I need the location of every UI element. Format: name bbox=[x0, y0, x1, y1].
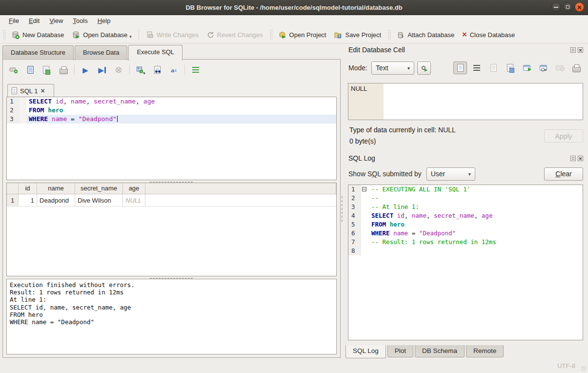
dock-tab-remote[interactable]: Remote bbox=[466, 345, 504, 357]
open-database-button[interactable]: Open Database ▾ bbox=[68, 29, 136, 41]
edit-cell-title: Edit Database Cell bbox=[348, 46, 405, 54]
close-database-button[interactable]: × Close Database bbox=[458, 29, 519, 41]
close-button[interactable] bbox=[575, 2, 584, 12]
open-project-button[interactable]: Open Project bbox=[274, 29, 330, 41]
sql-editor[interactable]: 1SELECT id, name, secret_name, age2FROM … bbox=[6, 97, 337, 180]
dock-float-icon[interactable] bbox=[570, 47, 576, 53]
revert-changes-icon bbox=[206, 31, 214, 39]
word-wrap-button[interactable] bbox=[190, 64, 202, 76]
cell-mode-row: Mode: Text ▾ bbox=[348, 61, 583, 75]
import-cell-button bbox=[487, 62, 500, 74]
attach-database-button[interactable]: Attach Database bbox=[392, 29, 458, 41]
auto-format-button[interactable]: aa bbox=[168, 64, 180, 76]
table-row[interactable]: 11DeadpondDive WilsonNULL bbox=[7, 194, 336, 207]
set-null-icon bbox=[556, 65, 564, 70]
dock-close-icon[interactable] bbox=[578, 156, 583, 161]
link-icon bbox=[540, 65, 547, 71]
word-wrap-icon bbox=[192, 67, 199, 73]
close-database-icon: × bbox=[462, 31, 466, 38]
menu-edit[interactable]: Edit bbox=[24, 16, 44, 26]
open-external-button[interactable] bbox=[520, 62, 533, 74]
cell-word-wrap-button[interactable] bbox=[470, 62, 484, 74]
dock-tab-plot[interactable]: Plot bbox=[387, 345, 413, 357]
new-sql-tab-button[interactable] bbox=[8, 64, 20, 76]
export-results-button[interactable]: ▾ bbox=[135, 64, 146, 76]
execute-all-button[interactable]: ▶ bbox=[80, 64, 91, 76]
table-cell[interactable]: 1 bbox=[19, 194, 37, 207]
menu-bar: File Edit View Tools Help bbox=[0, 15, 588, 26]
toolbar-handle[interactable] bbox=[388, 29, 390, 40]
sql-tab-label: SQL 1 bbox=[20, 87, 38, 95]
save-sql-file-icon bbox=[43, 66, 49, 74]
dock-close-icon[interactable] bbox=[578, 47, 583, 53]
code-line[interactable]: 6WHERE name = "Deadpond" bbox=[348, 229, 583, 238]
maximize-button[interactable] bbox=[563, 2, 572, 12]
toolbar-handle[interactable] bbox=[3, 29, 5, 40]
export-cell-button[interactable] bbox=[503, 62, 517, 74]
text-mode-button[interactable] bbox=[453, 62, 467, 74]
column-header[interactable]: secret_name bbox=[75, 183, 123, 194]
open-database-dropdown-caret[interactable]: ▾ bbox=[129, 34, 132, 39]
table-cell[interactable]: Deadpond bbox=[37, 194, 75, 207]
menu-view[interactable]: View bbox=[44, 16, 68, 26]
code-line[interactable]: 2-- bbox=[348, 194, 583, 203]
submitter-select[interactable]: User ▾ bbox=[426, 167, 475, 181]
clear-log-button[interactable]: Clear bbox=[544, 167, 583, 181]
menu-file[interactable]: File bbox=[4, 16, 24, 26]
table-cell[interactable]: Dive Wilson bbox=[75, 194, 123, 207]
new-database-button[interactable]: New Database bbox=[7, 29, 68, 41]
sql-tab-close-icon[interactable]: × bbox=[41, 87, 44, 95]
code-line[interactable]: 4SELECT id, name, secret_name, age bbox=[348, 211, 583, 220]
copy-link-button[interactable] bbox=[536, 62, 550, 74]
column-header[interactable]: name bbox=[37, 183, 75, 194]
code-line[interactable]: 3-- At line 1: bbox=[348, 203, 583, 211]
sql-document-tab[interactable]: SQL 1 × bbox=[7, 84, 54, 97]
toolbar-handle[interactable] bbox=[270, 29, 272, 40]
filter-label: Show SQL submitted by bbox=[348, 170, 422, 178]
status-bar: UTF-8 bbox=[0, 359, 588, 373]
import-icon bbox=[490, 64, 497, 72]
mode-select[interactable]: Text ▾ bbox=[371, 62, 414, 75]
code-line[interactable]: 5FROM hero bbox=[348, 220, 583, 229]
main-tab-bar: Database Structure Browse Data Execute S… bbox=[2, 45, 183, 60]
encoding-indicator[interactable]: UTF-8 bbox=[557, 362, 575, 370]
table-cell[interactable]: NULL bbox=[123, 194, 145, 207]
dock-tab-db-schema[interactable]: DB Schema bbox=[415, 345, 465, 357]
code-line[interactable]: 1-- EXECUTING ALL IN 'SQL 1' bbox=[348, 185, 583, 194]
results-table[interactable]: idnamesecret_nameage11DeadpondDive Wilso… bbox=[6, 183, 337, 276]
sql-log-view[interactable]: 1-- EXECUTING ALL IN 'SQL 1'2--3-- At li… bbox=[348, 185, 583, 340]
minimize-button[interactable] bbox=[551, 2, 561, 12]
open-sql-file-icon bbox=[27, 66, 34, 74]
menu-help[interactable]: Help bbox=[93, 16, 116, 26]
format-icon: aa bbox=[171, 67, 177, 73]
toolbar-separator bbox=[139, 29, 139, 40]
tab-execute-sql[interactable]: Execute SQL bbox=[128, 45, 182, 61]
dock-float-icon[interactable] bbox=[570, 156, 576, 161]
print-sql-button[interactable] bbox=[58, 64, 69, 76]
cell-value-editor[interactable]: NULL bbox=[348, 83, 583, 120]
code-line[interactable]: 8 bbox=[348, 247, 583, 255]
column-header[interactable]: id bbox=[19, 183, 37, 194]
find-replace-button[interactable] bbox=[151, 64, 163, 76]
auto-switch-mode-button[interactable] bbox=[417, 62, 431, 75]
write-changes-button: Write Changes bbox=[142, 29, 203, 41]
code-line[interactable]: 7-- Result: 1 rows returned in 12ms bbox=[348, 238, 583, 247]
set-null-button bbox=[553, 62, 567, 74]
tab-browse-data[interactable]: Browse Data bbox=[75, 45, 127, 60]
save-project-button[interactable]: Save Project bbox=[330, 29, 385, 41]
code-line[interactable]: 2FROM hero bbox=[7, 106, 336, 115]
menu-tools[interactable]: Tools bbox=[68, 16, 92, 26]
dock-tab-sql-log[interactable]: SQL Log bbox=[345, 345, 386, 358]
open-sql-file-button[interactable] bbox=[24, 64, 36, 76]
code-line[interactable]: 3WHERE name = "Deadpond" bbox=[7, 115, 336, 124]
print-cell-button[interactable] bbox=[569, 62, 583, 74]
panel-splitter[interactable] bbox=[341, 195, 344, 223]
resize-grip[interactable] bbox=[581, 366, 586, 371]
save-sql-file-button[interactable]: ▾ bbox=[41, 64, 53, 76]
column-header[interactable]: age bbox=[123, 183, 145, 194]
execute-current-line-button[interactable]: ▶ bbox=[96, 64, 108, 76]
new-database-icon bbox=[11, 31, 20, 39]
execution-message-box[interactable]: Execution finished without errors. Resul… bbox=[6, 279, 337, 354]
tab-database-structure[interactable]: Database Structure bbox=[2, 45, 74, 60]
code-line[interactable]: 1SELECT id, name, secret_name, age bbox=[7, 97, 336, 106]
